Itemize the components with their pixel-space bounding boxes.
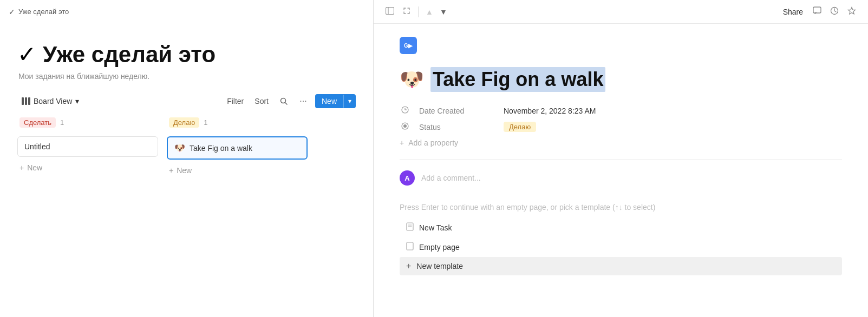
right-panel: ▲ ▼ Share G▶ — [374, 0, 868, 317]
plus-icon-1: + — [19, 163, 24, 172]
card-text-2: Take Fig on a walk — [190, 144, 252, 153]
new-template-icon: + — [406, 261, 411, 271]
board-view-label: Board View — [34, 97, 72, 105]
sort-button[interactable]: Sort — [251, 95, 272, 108]
toolbar-divider — [418, 6, 419, 17]
card-content-2: 🐶 Take Fig on a walk — [174, 143, 300, 153]
add-property-button[interactable]: + Add a property — [400, 135, 842, 150]
toolbar: Board View ▾ Filter Sort ··· New ▾ — [0, 89, 373, 113]
right-toolbar: ▲ ▼ Share — [374, 0, 868, 24]
comment-button[interactable] — [810, 4, 825, 19]
property-status: Status Делаю — [400, 118, 842, 135]
section-divider — [400, 159, 842, 160]
filter-button[interactable]: Filter — [224, 95, 247, 108]
column-header-2: Делаю 1 — [167, 113, 308, 132]
status-badge[interactable]: Делаю — [504, 122, 536, 132]
new-item-label-2: New — [177, 166, 192, 175]
column-count-2: 1 — [204, 118, 207, 127]
property-date-created: Date Created November 2, 2022 8:23 AM — [400, 103, 842, 118]
column-tag-2: Делаю — [169, 117, 199, 128]
user-avatar: A — [400, 170, 415, 186]
page-header: ✓ Уже сделай это Мои задания на ближайшу… — [0, 24, 373, 85]
comment-row: A Add a comment... — [400, 166, 842, 190]
translate-icon: G▶ — [404, 43, 413, 49]
card-untitled[interactable]: Untitled — [17, 136, 158, 157]
svg-rect-4 — [813, 7, 821, 13]
new-task-icon — [406, 222, 414, 233]
avatar-initial: A — [404, 174, 409, 182]
expand-button[interactable] — [400, 5, 414, 18]
new-button-group: New ▾ — [315, 94, 356, 108]
star-button[interactable] — [844, 4, 859, 19]
column-header-1: Сделать 1 — [17, 113, 158, 132]
translate-button[interactable]: G▶ — [400, 37, 417, 54]
board-view-chevron: ▾ — [75, 97, 79, 105]
empty-page-label: Empty page — [419, 243, 460, 252]
right-content: G▶ 🐶 Take Fig on a walk Date Created Nov… — [374, 24, 868, 317]
search-button[interactable] — [276, 94, 291, 109]
new-button[interactable]: New — [315, 94, 343, 108]
new-item-btn-1[interactable]: + New — [17, 161, 158, 174]
breadcrumb-text: Уже сделай это — [18, 8, 69, 16]
status-label: Status — [419, 123, 495, 131]
hint-text: Press Enter to continue with an empty pa… — [400, 194, 842, 218]
board-column-1: Сделать 1 Untitled + New — [17, 113, 158, 308]
new-button-chevron[interactable]: ▾ — [343, 95, 356, 108]
date-icon — [400, 106, 410, 115]
board-column-2: Делаю 1 🐶 Take Fig on a walk + New — [167, 113, 308, 308]
column-count-1: 1 — [60, 118, 64, 127]
template-empty-page[interactable]: Empty page — [400, 237, 842, 257]
doc-title[interactable]: Take Fig on a walk — [430, 67, 605, 92]
new-template-label: New template — [416, 262, 463, 270]
status-icon — [400, 122, 410, 131]
template-new-template[interactable]: + New template — [400, 257, 842, 275]
board-icon — [22, 97, 30, 105]
card-text: Untitled — [24, 142, 50, 151]
card-emoji-2: 🐶 — [174, 143, 185, 153]
svg-rect-13 — [407, 242, 413, 250]
empty-page-icon — [406, 242, 414, 253]
toggle-sidebar-button[interactable] — [382, 5, 397, 18]
more-options-button[interactable]: ··· — [296, 94, 311, 109]
doc-title-row: 🐶 Take Fig on a walk — [400, 67, 842, 92]
date-value: November 2, 2022 8:23 AM — [504, 107, 596, 115]
nav-arrows: ▲ ▼ — [423, 5, 450, 18]
properties-section: Date Created November 2, 2022 8:23 AM St… — [400, 103, 842, 150]
board-container: Сделать 1 Untitled + New Делаю 1 🐶 — [0, 113, 373, 317]
svg-rect-2 — [386, 8, 394, 15]
top-bar: Уже сделай это — [0, 0, 373, 24]
page-title-icon: ✓ — [17, 41, 36, 68]
svg-marker-6 — [849, 8, 856, 15]
nav-up-button[interactable]: ▲ — [423, 5, 436, 18]
plus-icon-2: + — [169, 166, 173, 175]
doc-emoji: 🐶 — [400, 68, 424, 91]
board-view-button[interactable]: Board View ▾ — [17, 95, 83, 108]
new-item-btn-2[interactable]: + New — [167, 164, 308, 177]
new-task-label: New Task — [419, 223, 452, 232]
column-tag-1: Сделать — [19, 117, 56, 128]
right-toolbar-left: ▲ ▼ — [382, 5, 450, 18]
page-title-row: ✓ Уже сделай это — [17, 41, 356, 68]
svg-point-9 — [403, 124, 407, 128]
add-property-plus: + — [400, 138, 404, 147]
template-list: New Task Empty page + New template — [400, 218, 842, 275]
share-button[interactable]: Share — [779, 5, 807, 18]
card-take-fig[interactable]: 🐶 Take Fig on a walk — [167, 136, 308, 160]
date-label: Date Created — [419, 107, 495, 115]
add-property-label: Add a property — [408, 138, 458, 147]
breadcrumb: Уже сделай это — [9, 8, 69, 16]
page-subtitle: Мои задания на ближайшую неделю. — [17, 72, 356, 81]
nav-down-button[interactable]: ▼ — [437, 5, 450, 18]
left-panel: Уже сделай это ✓ Уже сделай это Мои зада… — [0, 0, 374, 317]
history-button[interactable] — [827, 4, 842, 19]
template-new-task[interactable]: New Task — [400, 218, 842, 237]
page-title: Уже сделай это — [43, 42, 216, 68]
svg-line-1 — [285, 103, 287, 105]
new-item-label-1: New — [27, 163, 42, 172]
comment-input[interactable]: Add a comment... — [421, 174, 481, 182]
card-content: Untitled — [24, 142, 151, 151]
